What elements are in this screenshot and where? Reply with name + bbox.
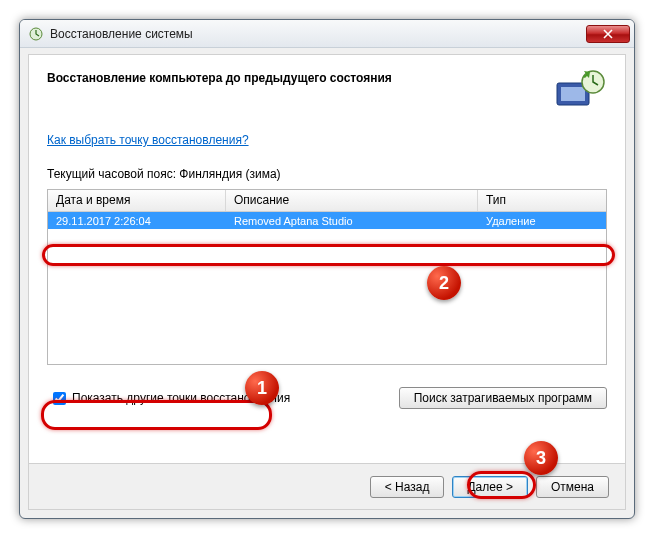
titlebar: Восстановление системы — [20, 20, 634, 48]
column-type[interactable]: Тип — [478, 190, 606, 211]
table-row[interactable]: 29.11.2017 2:26:04 Removed Aptana Studio… — [48, 212, 606, 229]
system-restore-window: Восстановление системы Восстановление ко… — [19, 19, 635, 519]
how-to-choose-link[interactable]: Как выбрать точку восстановления? — [47, 133, 249, 147]
page-title: Восстановление компьютера до предыдущего… — [47, 69, 553, 85]
restore-icon — [28, 26, 44, 42]
cancel-button[interactable]: Отмена — [536, 476, 609, 498]
svg-rect-2 — [561, 87, 585, 101]
show-other-points-checkbox[interactable]: Показать другие точки восстановления — [47, 385, 300, 411]
restore-points-table[interactable]: Дата и время Описание Тип 29.11.2017 2:2… — [47, 189, 607, 365]
restore-logo-icon — [553, 69, 607, 113]
dialog-body: Восстановление компьютера до предыдущего… — [28, 54, 626, 510]
close-button[interactable] — [586, 25, 630, 43]
table-header: Дата и время Описание Тип — [48, 190, 606, 212]
column-datetime[interactable]: Дата и время — [48, 190, 226, 211]
cell-type: Удаление — [478, 215, 606, 227]
next-button[interactable]: Далее > — [452, 476, 528, 498]
cell-datetime: 29.11.2017 2:26:04 — [48, 215, 226, 227]
column-description[interactable]: Описание — [226, 190, 478, 211]
back-button[interactable]: < Назад — [370, 476, 445, 498]
window-title: Восстановление системы — [50, 27, 586, 41]
cell-description: Removed Aptana Studio — [226, 215, 478, 227]
wizard-footer: < Назад Далее > Отмена — [29, 463, 625, 509]
affected-programs-button[interactable]: Поиск затрагиваемых программ — [399, 387, 607, 409]
timezone-label: Текущий часовой пояс: Финляндия (зима) — [29, 157, 625, 185]
show-other-points-input[interactable] — [53, 392, 66, 405]
show-other-points-label: Показать другие точки восстановления — [72, 391, 290, 405]
